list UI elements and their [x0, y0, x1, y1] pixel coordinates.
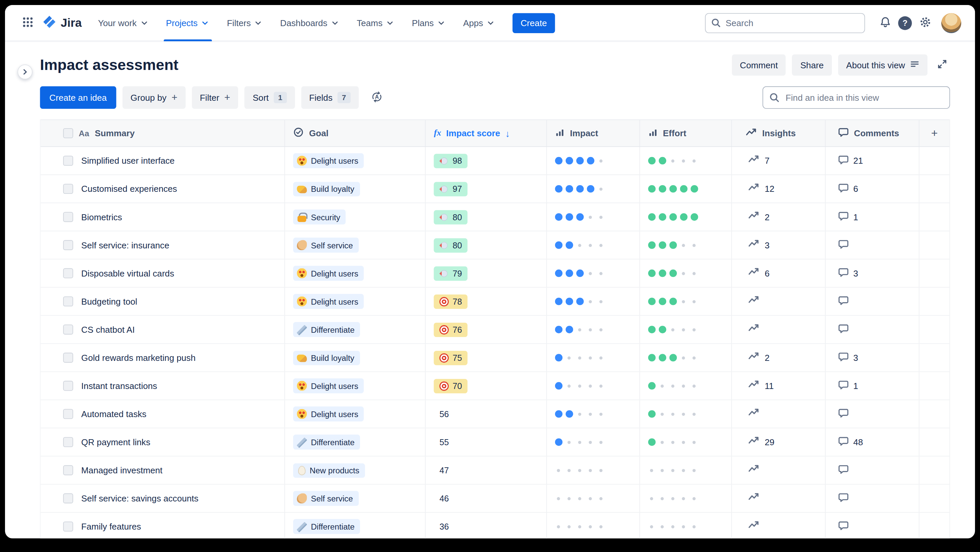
table-row[interactable]: Family features Differentiate 36	[40, 513, 949, 539]
effort-dot[interactable]	[648, 382, 655, 389]
impact-rating-cell[interactable]	[547, 513, 640, 539]
impact-dot[interactable]	[598, 326, 605, 333]
user-avatar[interactable]	[941, 13, 961, 33]
row-checkbox[interactable]	[63, 156, 73, 166]
insights-cell[interactable]	[732, 316, 826, 343]
impact-dot[interactable]	[598, 467, 605, 474]
impact-dot[interactable]	[587, 270, 594, 277]
comments-cell[interactable]: 1	[826, 203, 920, 231]
effort-dot[interactable]	[648, 438, 655, 445]
impact-dot[interactable]	[587, 241, 594, 249]
idea-summary[interactable]: Automated tasks	[81, 409, 146, 419]
impact-dot[interactable]	[555, 410, 562, 418]
group-by-button[interactable]: Group by+	[123, 86, 186, 109]
effort-dot[interactable]	[669, 354, 676, 361]
idea-summary[interactable]: Managed investment	[81, 465, 162, 475]
effort-rating-cell[interactable]	[640, 203, 732, 231]
rank-order-button[interactable]: A	[366, 87, 387, 108]
effort-dot[interactable]	[669, 467, 676, 474]
column-header-comments[interactable]: Comments	[826, 120, 920, 146]
table-row[interactable]: CS chatbot AI Differentiate 76	[40, 316, 949, 344]
impact-dot[interactable]	[576, 410, 584, 418]
effort-dot[interactable]	[659, 467, 666, 474]
goal-chip[interactable]: Delight users	[293, 406, 364, 421]
goal-chip[interactable]: Delight users	[293, 294, 364, 309]
table-row[interactable]: Customised experiences Build loyalty 97 …	[40, 175, 949, 203]
insights-cell[interactable]: 6	[732, 259, 826, 287]
settings-button[interactable]	[915, 13, 935, 33]
impact-dot[interactable]	[576, 467, 584, 474]
impact-dot[interactable]	[576, 382, 584, 389]
row-checkbox[interactable]	[63, 212, 73, 222]
effort-rating-cell[interactable]	[640, 485, 732, 512]
table-row[interactable]: Gold rewards marketing push Build loyalt…	[40, 344, 949, 372]
impact-dot[interactable]	[598, 438, 605, 445]
row-checkbox[interactable]	[63, 437, 73, 447]
effort-dot[interactable]	[648, 410, 655, 418]
impact-dot[interactable]	[565, 185, 573, 193]
effort-dot[interactable]	[669, 213, 676, 220]
effort-rating-cell[interactable]	[640, 147, 732, 174]
column-header-insights[interactable]: Insights	[732, 120, 826, 146]
impact-dot[interactable]	[587, 438, 594, 445]
effort-dot[interactable]	[680, 523, 687, 530]
help-button[interactable]: ?	[895, 13, 915, 33]
impact-dot[interactable]	[576, 298, 584, 305]
effort-dot[interactable]	[669, 185, 676, 193]
insights-cell[interactable]	[732, 513, 826, 539]
effort-dot[interactable]	[680, 241, 687, 249]
effort-dot[interactable]	[659, 410, 666, 418]
goal-chip[interactable]: Self service	[293, 491, 359, 506]
create-button[interactable]: Create	[512, 13, 555, 33]
effort-dot[interactable]	[690, 326, 698, 333]
effort-dot[interactable]	[648, 467, 655, 474]
row-checkbox[interactable]	[63, 240, 73, 250]
effort-dot[interactable]	[690, 410, 698, 418]
nav-item-dashboards[interactable]: Dashboards	[280, 5, 339, 41]
impact-dot[interactable]	[587, 495, 594, 502]
row-checkbox[interactable]	[63, 493, 73, 503]
impact-dot[interactable]	[587, 298, 594, 305]
effort-dot[interactable]	[680, 438, 687, 445]
effort-dot[interactable]	[659, 213, 666, 220]
insights-cell[interactable]: 2	[732, 344, 826, 371]
impact-dot[interactable]	[598, 354, 605, 361]
table-row[interactable]: Instant transactions Delight users 70 11…	[40, 372, 949, 400]
impact-rating-cell[interactable]	[547, 400, 640, 428]
idea-summary[interactable]: Biometrics	[81, 212, 122, 222]
nav-item-apps[interactable]: Apps	[463, 5, 495, 41]
impact-dot[interactable]	[565, 298, 573, 305]
nav-item-teams[interactable]: Teams	[357, 5, 395, 41]
effort-dot[interactable]	[669, 326, 676, 333]
idea-summary[interactable]: Self service: insurance	[81, 240, 169, 250]
impact-dot[interactable]	[598, 241, 605, 249]
row-checkbox[interactable]	[63, 353, 73, 363]
effort-dot[interactable]	[690, 213, 698, 220]
table-row[interactable]: Automated tasks Delight users 56	[40, 400, 949, 429]
effort-dot[interactable]	[648, 298, 655, 305]
row-checkbox[interactable]	[63, 268, 73, 278]
impact-dot[interactable]	[555, 354, 562, 361]
idea-summary[interactable]: Self service: savings accounts	[81, 493, 199, 503]
impact-dot[interactable]	[587, 410, 594, 418]
table-row[interactable]: Simplified user interface Delight users …	[40, 147, 949, 175]
comments-cell[interactable]: 48	[826, 429, 920, 456]
effort-dot[interactable]	[659, 523, 666, 530]
impact-dot[interactable]	[555, 270, 562, 277]
impact-dot[interactable]	[587, 157, 594, 164]
goal-chip[interactable]: Differentiate	[293, 434, 360, 450]
search-input[interactable]	[705, 13, 865, 33]
effort-dot[interactable]	[680, 185, 687, 193]
column-header-impact-score[interactable]: fx Impact score ↓	[426, 120, 547, 146]
goal-chip[interactable]: Delight users	[293, 153, 364, 168]
effort-dot[interactable]	[680, 495, 687, 502]
impact-dot[interactable]	[598, 213, 605, 220]
impact-rating-cell[interactable]	[547, 147, 640, 174]
fields-button[interactable]: Fields7	[301, 86, 359, 109]
impact-rating-cell[interactable]	[547, 203, 640, 231]
impact-dot[interactable]	[598, 382, 605, 389]
impact-dot[interactable]	[555, 523, 562, 530]
impact-dot[interactable]	[598, 495, 605, 502]
impact-dot[interactable]	[576, 495, 584, 502]
idea-summary[interactable]: Instant transactions	[81, 381, 157, 391]
